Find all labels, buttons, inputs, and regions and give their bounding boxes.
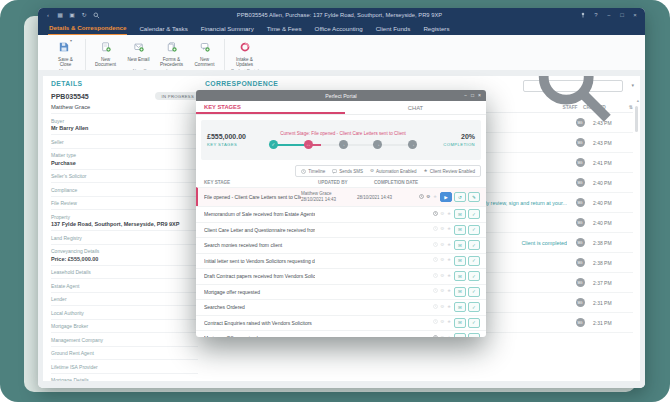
details-field[interactable]: Ground Rent Agent xyxy=(51,346,201,360)
row-action-complete-button[interactable]: ✓ xyxy=(468,287,480,297)
filter-client-review-enabled[interactable]: ★ Client Review Enabled xyxy=(424,169,475,174)
row-action-primary-button[interactable]: ✉ xyxy=(454,287,466,297)
nav-tab[interactable]: Client Funds xyxy=(375,23,412,35)
details-field[interactable]: Lifetime ISA Provider xyxy=(51,359,201,373)
row-action-complete-button[interactable]: ✓ xyxy=(468,318,480,328)
created-time: 2:41 PM xyxy=(593,160,633,166)
row-action-primary-button[interactable]: ✉ xyxy=(454,302,466,312)
nav-tab[interactable]: Time & Fees xyxy=(266,23,303,35)
key-stage-row[interactable]: Contract Enquiries raised with Vendors S… xyxy=(196,315,486,331)
key-stage-row[interactable]: Searches Ordered ⚙ ★ ▶ xyxy=(196,299,486,315)
progress-step[interactable]: ✓ xyxy=(269,140,278,149)
nav-tab[interactable]: Registers xyxy=(422,23,450,35)
details-field-label: Leasehold Details xyxy=(51,269,201,275)
progress-step[interactable]: → xyxy=(339,140,348,149)
nav-tab[interactable]: Details & Correspondence xyxy=(48,22,127,35)
clock-icon xyxy=(433,273,438,280)
app-grid-icon[interactable]: ▦ xyxy=(56,12,64,18)
filter-timeline[interactable]: Timeline xyxy=(301,169,325,174)
maximize-icon[interactable]: □ xyxy=(618,12,626,18)
row-action-complete-button[interactable]: ✓ xyxy=(468,333,480,337)
row-action-primary-button[interactable]: ✉ xyxy=(454,256,466,266)
portal-update-button[interactable]: ▶ xyxy=(440,192,452,202)
details-field[interactable]: Buyer Mr Barry Allen xyxy=(51,113,201,134)
key-stage-row[interactable]: Mortgage Offer received ⚙ ★ ▶ xyxy=(196,330,486,337)
modal-close-icon[interactable]: × xyxy=(478,93,481,98)
key-stage-row[interactable]: Client Care Letter and Questionnaire rec… xyxy=(196,222,486,238)
key-stage-row[interactable]: File opened - Client Care Letters sent t… xyxy=(196,187,486,206)
modal-maximize-icon[interactable]: □ xyxy=(471,93,474,98)
row-action-complete-button[interactable]: ✓ xyxy=(468,225,480,235)
row-action-complete-button[interactable]: ✓ xyxy=(468,209,480,219)
save-dropdown-icon[interactable]: ▾ xyxy=(70,38,72,43)
details-field[interactable]: Land Registry xyxy=(51,230,201,244)
details-field[interactable]: Seller's Solicitor xyxy=(51,169,201,183)
minimize-icon[interactable]: − xyxy=(605,12,613,18)
row-action-primary-button[interactable]: ✉ xyxy=(454,271,466,281)
key-stage-row[interactable]: Search monies received from client ⚙ ★ xyxy=(196,237,486,253)
help-icon[interactable]: ? xyxy=(592,12,600,18)
details-field[interactable]: File Review xyxy=(51,196,201,210)
close-icon[interactable]: × xyxy=(631,12,639,18)
perfect-portal-logo-icon xyxy=(240,38,250,56)
scroll-up-icon[interactable]: ▴ xyxy=(637,98,639,103)
row-action-complete-button[interactable]: ✎ xyxy=(468,192,480,202)
modal-minimize-icon[interactable]: − xyxy=(464,93,467,98)
row-action-complete-button[interactable]: ✓ xyxy=(468,271,480,281)
details-field[interactable]: Property 137 Fylde Road, Southport, Mers… xyxy=(51,209,201,230)
key-stage-row[interactable]: Mortgage offer requested ⚙ ★ ▶ xyxy=(196,284,486,300)
details-field[interactable]: Conveyancing Details Price: £555,000.00 xyxy=(51,244,201,265)
progress-step[interactable]: ↔ xyxy=(304,140,313,149)
key-stage-name: Draft Contract papers received from Vend… xyxy=(204,273,315,279)
filter-sends-sms[interactable]: Sends SMS xyxy=(332,169,363,174)
row-action-buttons: ▶ ✉ ✓ xyxy=(454,271,480,281)
tab-chat[interactable]: CHAT xyxy=(345,101,486,114)
filter-automation-enabled[interactable]: ⚙ Automation Enabled xyxy=(370,169,417,174)
row-action-primary-button[interactable]: ✉ xyxy=(454,333,466,337)
correspondence-scrollbar[interactable] xyxy=(635,106,638,132)
created-time: 2:40 PM xyxy=(593,180,633,186)
back-icon[interactable]: ‹ xyxy=(44,12,52,18)
sort-icon[interactable]: ⇅ xyxy=(623,104,633,110)
details-field[interactable]: Leasehold Details xyxy=(51,265,201,279)
correspondence-snippet[interactable]: Client is completed xyxy=(521,240,567,246)
intake-updates-button[interactable]: Intake & Updates xyxy=(231,37,258,68)
search-icon[interactable] xyxy=(92,12,100,19)
new-comment-label: New Comment xyxy=(191,57,218,68)
progress-step[interactable]: → xyxy=(408,140,417,149)
details-field[interactable]: Seller xyxy=(51,134,201,148)
save-close-button[interactable]: ▾ Save & Close xyxy=(52,37,79,68)
row-action-primary-button[interactable]: ✉ xyxy=(454,225,466,235)
key-stage-row[interactable]: Draft Contract papers received from Vend… xyxy=(196,268,486,284)
row-action-primary-button[interactable]: ✉ xyxy=(454,318,466,328)
details-field[interactable]: Matter type Purchase xyxy=(51,148,201,169)
details-field[interactable]: Estate Agent xyxy=(51,278,201,292)
tab-key-stages[interactable]: KEY STAGES xyxy=(196,101,345,114)
search-options-dropdown-icon[interactable]: ▾ xyxy=(631,82,634,88)
row-action-primary-button[interactable]: ✉ xyxy=(454,209,466,219)
window-switch-icon[interactable]: ▣ xyxy=(68,12,76,18)
nav-tab[interactable]: Financial Summary xyxy=(200,23,255,35)
details-field[interactable]: Lender xyxy=(51,292,201,306)
progress-step[interactable]: → xyxy=(373,140,382,149)
details-field[interactable]: Mortgage Details xyxy=(51,373,201,382)
row-action-primary-button[interactable]: ✉ xyxy=(454,240,466,250)
refresh-icon[interactable]: ↻ xyxy=(80,12,88,18)
details-field[interactable]: Management Company xyxy=(51,332,201,346)
row-action-complete-button[interactable]: ✓ xyxy=(468,240,480,250)
details-field[interactable]: Mortgage Broker xyxy=(51,319,201,333)
details-field[interactable]: Compliance xyxy=(51,182,201,196)
details-field[interactable]: Local Authority xyxy=(51,305,201,319)
forms-precedents-button[interactable]: Forms & Precedents xyxy=(158,37,185,68)
row-action-complete-button[interactable]: ✓ xyxy=(468,256,480,266)
pin-icon[interactable] xyxy=(579,12,587,18)
new-document-button[interactable]: New Document xyxy=(92,37,119,68)
key-stage-row[interactable]: Memorandum of Sale received from Estate … xyxy=(196,206,486,222)
row-action-complete-button[interactable]: ✓ xyxy=(468,302,480,312)
new-comment-button[interactable]: New Comment xyxy=(191,37,218,68)
key-stage-row[interactable]: Initial letter sent to Vendors Solicitor… xyxy=(196,253,486,269)
row-action-primary-button[interactable]: ↺ xyxy=(454,192,466,202)
nav-tab[interactable]: Calendar & Tasks xyxy=(138,23,188,35)
nav-tab[interactable]: Office Accounting xyxy=(314,23,364,35)
new-email-button[interactable]: New Email xyxy=(125,37,152,68)
